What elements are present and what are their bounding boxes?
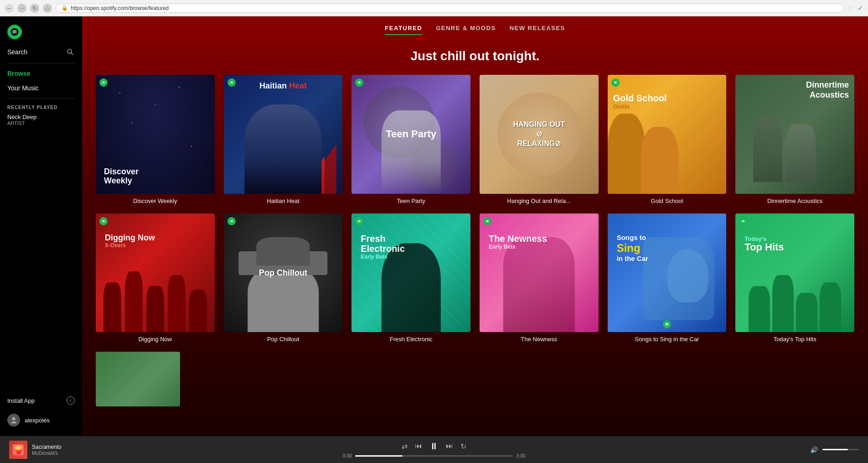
teen-party-text: Teen Party <box>386 128 436 140</box>
tab-genre-moods[interactable]: GENRE & MOODS <box>436 25 496 35</box>
playlist-thumb-dinnertime-acoustics: DinnertimeAcoustics <box>735 75 854 194</box>
sidebar-item-your-music[interactable]: Your Music <box>0 81 82 95</box>
playlist-card-the-newness[interactable]: The Newness Early Bets The Newness <box>480 213 599 343</box>
browser-forward-button[interactable]: → <box>17 4 26 13</box>
app-container: Search Browse Your Music RECENTLY PLAYED… <box>0 16 868 436</box>
browser-star-icon[interactable]: ☆ <box>847 4 854 12</box>
spotify-badge-pop <box>227 217 236 225</box>
playlist-card-pop-chillout[interactable]: Pop Chillout Pop Chillout <box>224 213 343 343</box>
top-navigation: FEATURED GENRE & MOODS NEW RELEASES <box>82 16 868 40</box>
playlist-thumb-digging-now: Digging Now X-Overs <box>96 213 215 333</box>
gold-school-subtitle: Golds <box>613 103 630 110</box>
sidebar-install-app[interactable]: Install App i <box>0 392 82 409</box>
playlist-thumb-hanging-out: HANGING OUT⊘RELAXING⊘ <box>480 75 599 194</box>
repeat-button[interactable]: ↻ <box>460 442 466 451</box>
hero-title: Just chill out tonight. <box>82 40 868 75</box>
search-label: Search <box>7 48 27 56</box>
fresh-electronic-title: FreshElectronic <box>361 234 405 254</box>
volume-fill <box>822 449 848 450</box>
playlist-row-3-partial <box>96 352 854 406</box>
player-center: ⇄ ⏮ ⏸ ⏭ ↻ 0:30 3:30 <box>343 441 525 458</box>
previous-button[interactable]: ⏮ <box>415 442 422 450</box>
sidebar-artist-name: Neck Deep <box>7 114 75 120</box>
browser-reload-button[interactable]: ↻ <box>30 4 39 13</box>
playlist-thumb-haitian-heat: Haitian Heat <box>224 75 343 194</box>
sidebar-item-browse[interactable]: Browse <box>0 66 82 81</box>
playlist-card-todays-top-hits[interactable]: Today's Top Hits Today's Top Hits <box>735 213 854 343</box>
browser-icons: ☆ ✓ <box>847 4 863 12</box>
shuffle-button[interactable]: ⇄ <box>402 442 408 451</box>
playlist-card-fresh-electronic[interactable]: FreshElectronic Early Bets Fresh Electro… <box>351 213 470 343</box>
sidebar-search-item[interactable]: Search <box>0 44 82 60</box>
playlist-name-fresh-electronic: Fresh Electronic <box>351 336 470 343</box>
hanging-out-art: HANGING OUT⊘RELAXING⊘ <box>480 75 599 194</box>
playlist-card-hanging-out[interactable]: HANGING OUT⊘RELAXING⊘ Hanging Out and Re… <box>480 75 599 204</box>
browser-back-button[interactable]: ← <box>5 4 14 13</box>
spotify-badge-newness <box>483 217 491 225</box>
playlist-name-the-newness: The Newness <box>480 336 599 343</box>
discover-weekly-text: DiscoverWeekly <box>104 167 139 186</box>
songs-to-sing-art: Songs to Sing in the Car <box>608 213 727 333</box>
player-right: 🔊 <box>768 446 859 453</box>
playlist-card-discover-weekly[interactable]: DiscoverWeekly Discover Weekly <box>96 75 215 204</box>
sidebar-item-neck-deep[interactable]: Neck Deep ARTIST <box>0 112 82 128</box>
svg-line-2 <box>71 53 73 55</box>
teen-party-art: Teen Party <box>351 75 470 194</box>
playlist-card-songs-to-sing[interactable]: Songs to Sing in the Car Songs to Sing i… <box>608 213 727 343</box>
playlist-name-haitian-heat: Haitian Heat <box>224 198 343 204</box>
sidebar-user-menu[interactable]: alexpoles <box>0 409 82 431</box>
sidebar: Search Browse Your Music RECENTLY PLAYED… <box>0 16 82 436</box>
sidebar-logo[interactable] <box>0 16 82 44</box>
tab-new-releases[interactable]: NEW RELEASES <box>510 25 565 35</box>
playlist-name-digging-now: Digging Now <box>96 336 215 343</box>
todays-top-hits-art: Today's Top Hits <box>735 213 854 333</box>
haitian-heat-art: Haitian Heat <box>224 75 343 194</box>
playlist-card-partial[interactable] <box>96 352 180 406</box>
the-newness-art: The Newness Early Bets <box>480 213 599 333</box>
sidebar-divider-1 <box>7 63 75 63</box>
progress-track[interactable] <box>355 455 512 457</box>
install-app-label: Install App <box>7 397 35 404</box>
playlist-card-digging-now[interactable]: Digging Now X-Overs Digging Now <box>96 213 215 343</box>
tab-featured[interactable]: FEATURED <box>385 25 422 35</box>
playlist-card-haitian-heat[interactable]: Haitian Heat Haitian Heat <box>224 75 343 204</box>
spotify-badge-digging <box>99 217 108 225</box>
volume-bar[interactable] <box>822 449 859 450</box>
browser-verified-icon: ✓ <box>858 4 863 12</box>
gold-school-title: Gold School <box>613 93 667 103</box>
browser-address-bar[interactable]: 🔒 https://open.spotify.com/browse/featur… <box>56 4 844 13</box>
hanging-text: HANGING OUT⊘RELAXING⊘ <box>513 120 565 148</box>
browser-home-button[interactable]: ⌂ <box>43 4 52 13</box>
user-name-label: alexpoles <box>25 417 50 424</box>
pop-chillout-art: Pop Chillout <box>224 213 343 333</box>
playlist-name-discover-weekly: Discover Weekly <box>96 198 215 204</box>
digging-now-subtitle: X-Overs <box>105 242 155 249</box>
playlist-name-dinnertime-acoustics: Dinnertime Acoustics <box>735 198 854 204</box>
spotify-badge-gold <box>611 78 620 87</box>
fresh-electronic-subtitle: Early Bets <box>361 254 405 260</box>
sidebar-artist-type: ARTIST <box>7 120 75 126</box>
playlist-thumb-songs-to-sing: Songs to Sing in the Car <box>608 213 727 333</box>
dinnertime-acoustics-art: DinnertimeAcoustics <box>735 75 854 194</box>
spotify-badge-singcar <box>663 320 671 328</box>
progress-bar-container: 0:30 3:30 <box>343 453 525 458</box>
playlist-name-gold-school: Gold School <box>608 198 727 204</box>
player-song-name: Sacramento <box>32 444 62 450</box>
the-newness-title: The Newness <box>489 234 547 244</box>
songs-to-sing-highlight: Sing <box>617 242 648 255</box>
songs-to-sing-text2: in the Car <box>617 255 648 263</box>
playlist-name-hanging-out: Hanging Out and Rela... <box>480 198 599 204</box>
spotify-badge-discover <box>99 78 108 87</box>
playlist-card-gold-school[interactable]: Gold School Golds Gold School <box>608 75 727 204</box>
svg-point-0 <box>11 28 19 36</box>
spotify-logo-icon <box>7 25 22 39</box>
playlist-thumb-teen-party: Teen Party <box>351 75 470 194</box>
pause-button[interactable]: ⏸ <box>429 441 439 452</box>
playlist-card-dinnertime-acoustics[interactable]: DinnertimeAcoustics Dinnertime Acoustics <box>735 75 854 204</box>
progress-fill <box>355 455 403 457</box>
playlist-card-teen-party[interactable]: Teen Party Teen Party <box>351 75 470 204</box>
next-button[interactable]: ⏭ <box>446 442 453 450</box>
progress-time-total: 3:30 <box>517 453 525 458</box>
dinnertime-title: DinnertimeAcoustics <box>806 80 849 100</box>
browser-chrome: ← → ↻ ⌂ 🔒 https://open.spotify.com/brows… <box>0 0 868 16</box>
